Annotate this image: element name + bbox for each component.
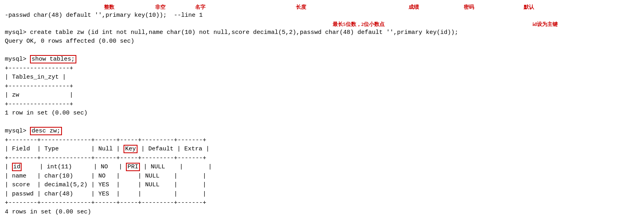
terminal: 整数 非空 名字 长度 成绩 密码 默认 -passwd char(48) de… xyxy=(5,3,639,217)
create-table-line: mysql> create table zw (id int not null,… xyxy=(5,28,639,37)
id-field: id xyxy=(12,163,22,171)
query-ok-line: Query OK, 0 rows affected (0.00 sec) xyxy=(5,37,639,46)
annotation-非空: 非空 xyxy=(155,3,165,11)
annotation-row-1: 整数 非空 名字 长度 成绩 密码 默认 xyxy=(5,3,639,11)
show-tables-output: +-----------------+ | Tables_in_zyt | +-… xyxy=(5,64,639,118)
annotation-id设为主键: id设为主键 xyxy=(532,20,558,28)
desc-zw-output: +--------+--------------+------+-----+--… xyxy=(5,136,639,217)
annotation-成绩: 成绩 xyxy=(409,3,419,11)
annotation-默认: 默认 xyxy=(524,3,534,11)
annotation-最长5位数: 最长5位数，2位小数点 xyxy=(333,20,385,28)
affected-text: affected xyxy=(66,38,95,45)
pri-key-value: PRI xyxy=(126,163,140,171)
key-column-header: Key xyxy=(124,145,138,153)
annotation-密码: 密码 xyxy=(464,3,474,11)
create-table-section: 最长5位数，2位小数点 id设为主键 mysql> create table z… xyxy=(5,20,639,37)
show-tables-cmd: show tables; xyxy=(30,55,76,63)
partial-line: -passwd char(48) default '',primary key(… xyxy=(5,11,639,20)
show-tables-line: mysql> show tables; xyxy=(5,55,639,64)
desc-zw-line: mysql> desc zw; xyxy=(5,127,639,136)
blank-line-1 xyxy=(5,46,639,55)
annotation-长度: 长度 xyxy=(296,3,306,11)
annotation-名字: 名字 xyxy=(195,3,205,11)
blank-line-2 xyxy=(5,118,639,127)
desc-zw-cmd: desc zw; xyxy=(30,127,62,135)
annotation-整数: 整数 xyxy=(104,3,114,11)
